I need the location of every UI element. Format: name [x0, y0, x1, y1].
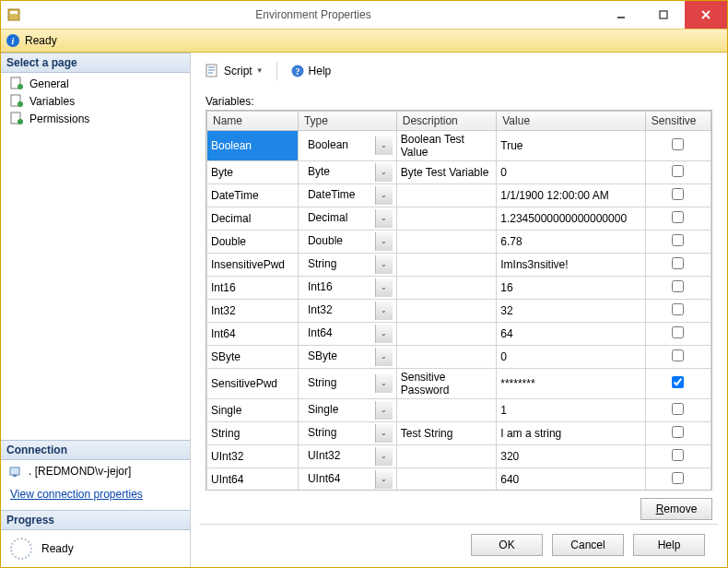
sensitive-checkbox[interactable]: [672, 403, 684, 415]
sensitive-checkbox[interactable]: [672, 165, 684, 177]
cell-sensitive[interactable]: [645, 345, 710, 368]
type-dropdown-button[interactable]: ⌄: [375, 302, 393, 320]
cell-name[interactable]: Int64: [207, 322, 299, 345]
cancel-button[interactable]: Cancel: [552, 534, 624, 556]
col-sensitive[interactable]: Sensitive: [645, 111, 710, 130]
cell-description[interactable]: [396, 467, 497, 491]
cell-value[interactable]: 16: [497, 276, 646, 299]
sensitive-checkbox[interactable]: [672, 188, 684, 200]
cell-name[interactable]: InsensitivePwd: [207, 253, 299, 276]
cell-value[interactable]: ImIns3nsitive!: [497, 253, 646, 276]
cell-description[interactable]: [396, 230, 497, 253]
sidebar-item-permissions[interactable]: Permissions: [1, 110, 190, 127]
cell-name[interactable]: UInt32: [207, 444, 299, 467]
table-row[interactable]: SByteSByte⌄0: [207, 345, 711, 368]
table-row[interactable]: StringString⌄Test StringI am a string: [207, 421, 711, 444]
table-row[interactable]: DecimalDecimal⌄1.2345000000000000000: [207, 207, 711, 230]
cell-value[interactable]: 32: [497, 299, 646, 322]
table-row[interactable]: ByteByte⌄Byte Test Variable0: [207, 160, 711, 183]
cell-type[interactable]: Decimal⌄: [298, 207, 396, 230]
type-dropdown-button[interactable]: ⌄: [375, 209, 393, 228]
help-footer-button[interactable]: Help: [633, 534, 705, 556]
cell-type[interactable]: UInt32⌄: [298, 444, 396, 467]
minimize-button[interactable]: [600, 1, 642, 29]
cell-description[interactable]: [396, 207, 497, 230]
cell-description[interactable]: [396, 444, 497, 467]
cell-sensitive[interactable]: [645, 207, 710, 230]
cell-type[interactable]: Int32⌄: [298, 299, 396, 322]
cell-sensitive[interactable]: [645, 322, 710, 345]
cell-sensitive[interactable]: [645, 421, 710, 444]
cell-sensitive[interactable]: [645, 398, 710, 421]
type-dropdown-button[interactable]: ⌄: [375, 401, 393, 420]
col-name[interactable]: Name: [207, 111, 299, 130]
col-value[interactable]: Value: [497, 111, 646, 130]
cell-description[interactable]: [396, 299, 497, 322]
cell-sensitive[interactable]: [645, 276, 710, 299]
type-dropdown-button[interactable]: ⌄: [375, 232, 393, 251]
close-button[interactable]: [685, 1, 727, 29]
sensitive-checkbox[interactable]: [672, 257, 684, 269]
col-type[interactable]: Type: [298, 111, 396, 130]
table-row[interactable]: InsensitivePwdString⌄ImIns3nsitive!: [207, 253, 711, 276]
cell-type[interactable]: UInt64⌄: [298, 467, 396, 491]
sidebar-item-variables[interactable]: Variables: [1, 92, 190, 110]
cell-sensitive[interactable]: [645, 160, 710, 183]
table-row[interactable]: SingleSingle⌄1: [207, 398, 711, 421]
table-row[interactable]: Int64Int64⌄64: [207, 322, 711, 345]
cell-type[interactable]: String⌄: [298, 421, 396, 444]
maximize-button[interactable]: [642, 1, 685, 29]
type-dropdown-button[interactable]: ⌄: [375, 424, 393, 443]
cell-type[interactable]: Boolean⌄: [298, 130, 396, 160]
cell-value[interactable]: 0: [497, 345, 646, 368]
table-row[interactable]: BooleanBoolean⌄Boolean Test ValueTrue: [207, 130, 711, 160]
type-dropdown-button[interactable]: ⌄: [375, 348, 393, 366]
cell-value[interactable]: 640: [497, 467, 646, 491]
cell-sensitive[interactable]: [645, 253, 710, 276]
variables-grid[interactable]: Name Type Description Value Sensitive Bo…: [205, 110, 712, 491]
cell-sensitive[interactable]: [645, 368, 710, 398]
sensitive-checkbox[interactable]: [672, 472, 684, 484]
type-dropdown-button[interactable]: ⌄: [375, 186, 393, 205]
type-dropdown-button[interactable]: ⌄: [375, 325, 393, 343]
table-row[interactable]: DoubleDouble⌄6.78: [207, 230, 711, 253]
type-dropdown-button[interactable]: ⌄: [375, 163, 393, 182]
cell-description[interactable]: [396, 253, 497, 276]
cell-name[interactable]: Byte: [207, 160, 299, 183]
type-dropdown-button[interactable]: ⌄: [375, 447, 393, 466]
table-row[interactable]: UInt32UInt32⌄320: [207, 444, 711, 467]
table-row[interactable]: SensitivePwdString⌄Sensitive Password***…: [207, 368, 711, 398]
cell-value[interactable]: True: [497, 130, 646, 160]
col-desc[interactable]: Description: [396, 111, 497, 130]
cell-type[interactable]: DateTime⌄: [298, 183, 396, 207]
cell-name[interactable]: Double: [207, 230, 299, 253]
cell-value[interactable]: 1.2345000000000000000: [497, 207, 646, 230]
sensitive-checkbox[interactable]: [672, 326, 684, 338]
table-row[interactable]: UInt64UInt64⌄640: [207, 467, 711, 491]
cell-description[interactable]: [396, 322, 497, 345]
cell-value[interactable]: ********: [497, 368, 646, 398]
cell-value[interactable]: 0: [497, 160, 646, 183]
sensitive-checkbox[interactable]: [672, 426, 684, 438]
type-dropdown-button[interactable]: ⌄: [375, 470, 393, 489]
cell-type[interactable]: String⌄: [298, 368, 396, 398]
type-dropdown-button[interactable]: ⌄: [375, 136, 393, 155]
connection-item[interactable]: . [REDMOND\v-jejor]: [1, 460, 190, 482]
cell-sensitive[interactable]: [645, 130, 710, 160]
sensitive-checkbox[interactable]: [672, 349, 684, 361]
type-dropdown-button[interactable]: ⌄: [375, 255, 393, 274]
cell-value[interactable]: I am a string: [497, 421, 646, 444]
cell-description[interactable]: Byte Test Variable: [396, 160, 497, 183]
cell-name[interactable]: SensitivePwd: [207, 368, 299, 398]
cell-description[interactable]: [396, 276, 497, 299]
type-dropdown-button[interactable]: ⌄: [375, 374, 393, 393]
sensitive-checkbox[interactable]: [672, 449, 684, 461]
cell-sensitive[interactable]: [645, 299, 710, 322]
cell-name[interactable]: Int16: [207, 276, 299, 299]
cell-name[interactable]: Decimal: [207, 207, 299, 230]
cell-description[interactable]: Boolean Test Value: [396, 130, 497, 160]
cell-type[interactable]: String⌄: [298, 253, 396, 276]
sensitive-checkbox[interactable]: [672, 280, 684, 292]
cell-type[interactable]: SByte⌄: [298, 345, 396, 368]
cell-name[interactable]: Boolean: [207, 130, 299, 160]
